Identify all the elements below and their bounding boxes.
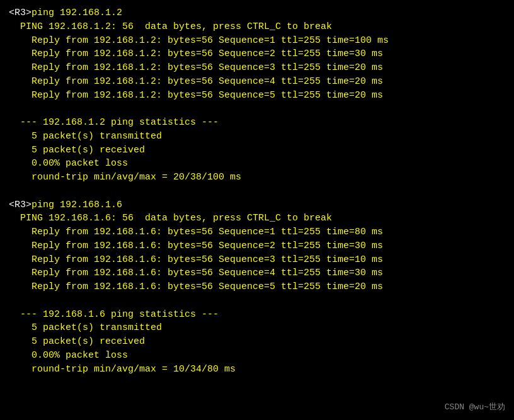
prompt-symbol: <R3>	[9, 8, 31, 18]
stats_header-line: --- 192.168.1.6 ping statistics ---	[9, 308, 505, 322]
prompt-line: <R3>ping 192.168.1.2	[9, 6, 505, 20]
stats-line: 5 packet(s) transmitted	[9, 130, 505, 144]
prompt-symbol: <R3>	[9, 200, 31, 210]
stats-line: 5 packet(s) transmitted	[9, 321, 505, 335]
empty-line	[9, 102, 505, 116]
reply-line: Reply from 192.168.1.2: bytes=56 Sequenc…	[9, 34, 505, 48]
prompt-line: <R3>ping 192.168.1.6	[9, 198, 505, 212]
terminal-window: <R3>ping 192.168.1.2 PING 192.168.1.2: 5…	[0, 0, 514, 420]
info-line: PING 192.168.1.6: 56 data bytes, press C…	[9, 212, 505, 225]
reply-line: Reply from 192.168.1.6: bytes=56 Sequenc…	[9, 225, 505, 239]
reply-line: Reply from 192.168.1.2: bytes=56 Sequenc…	[9, 47, 505, 61]
command-text: ping 192.168.1.6	[31, 200, 122, 210]
stats_header-line: --- 192.168.1.2 ping statistics ---	[9, 116, 505, 130]
reply-line: Reply from 192.168.1.2: bytes=56 Sequenc…	[9, 89, 505, 103]
stats-line: 0.00% packet loss	[9, 157, 505, 171]
command-text: ping 192.168.1.2	[31, 8, 122, 18]
stats-line: 5 packet(s) received	[9, 335, 505, 349]
reply-line: Reply from 192.168.1.2: bytes=56 Sequenc…	[9, 61, 505, 75]
reply-line: Reply from 192.168.1.2: bytes=56 Sequenc…	[9, 75, 505, 89]
watermark: CSDN @wu~世劝	[445, 402, 505, 414]
stats-line: round-trip min/avg/max = 20/38/100 ms	[9, 171, 505, 184]
empty-line	[9, 294, 505, 308]
empty-line	[9, 184, 505, 198]
terminal-content: <R3>ping 192.168.1.2 PING 192.168.1.2: 5…	[9, 6, 505, 376]
stats-line: 0.00% packet loss	[9, 349, 505, 363]
stats-line: round-trip min/avg/max = 10/34/80 ms	[9, 363, 505, 377]
info-line: PING 192.168.1.2: 56 data bytes, press C…	[9, 20, 505, 34]
reply-line: Reply from 192.168.1.6: bytes=56 Sequenc…	[9, 239, 505, 253]
reply-line: Reply from 192.168.1.6: bytes=56 Sequenc…	[9, 266, 505, 280]
reply-line: Reply from 192.168.1.6: bytes=56 Sequenc…	[9, 280, 505, 294]
stats-line: 5 packet(s) received	[9, 144, 505, 157]
reply-line: Reply from 192.168.1.6: bytes=56 Sequenc…	[9, 253, 505, 267]
